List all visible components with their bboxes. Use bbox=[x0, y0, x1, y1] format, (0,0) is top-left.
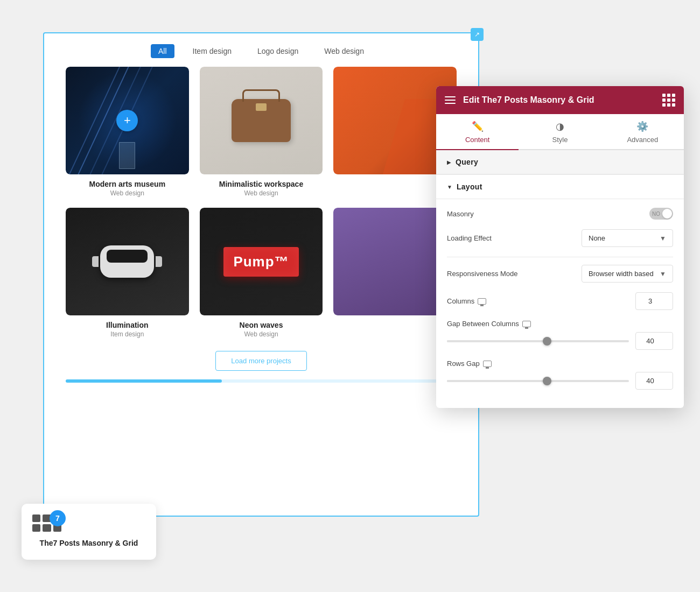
add-item-button[interactable]: + bbox=[116, 110, 138, 131]
item-category-4: Item design bbox=[110, 330, 144, 338]
layout-arrow-icon: ▼ bbox=[447, 184, 452, 190]
hamburger-icon[interactable] bbox=[445, 96, 456, 104]
tab-style[interactable]: ◑ Style bbox=[519, 114, 601, 150]
loading-effect-label: Loading Effect bbox=[447, 234, 582, 242]
panel-body: ▶ Query ▼ Layout Masonry NO Loading Eff bbox=[436, 150, 684, 408]
portfolio-grid: + Modern arts museum Web design Minimali… bbox=[44, 67, 478, 338]
portfolio-image-5: Pump™ bbox=[200, 208, 323, 315]
rows-gap-track[interactable] bbox=[447, 380, 629, 382]
item-title-1: Modern arts museum bbox=[89, 180, 166, 188]
responsiveness-label: Responsiveness Mode bbox=[447, 270, 582, 278]
portfolio-image-2 bbox=[200, 67, 323, 174]
chevron-down-icon-2: ▼ bbox=[660, 270, 666, 278]
gap-columns-track[interactable] bbox=[447, 340, 629, 342]
canvas-area: ↗ All Item design Logo design Web design… bbox=[43, 32, 479, 517]
list-item: Illumination Item design bbox=[66, 208, 189, 338]
monitor-icon-3 bbox=[483, 361, 492, 367]
responsiveness-control: Responsiveness Mode Browser width based … bbox=[447, 265, 673, 283]
tab-style-label: Style bbox=[552, 136, 568, 144]
tab-advanced-label: Advanced bbox=[627, 136, 658, 144]
portfolio-image-4 bbox=[66, 208, 189, 315]
widget-badge: 7 bbox=[50, 510, 66, 526]
loading-effect-value: None bbox=[589, 234, 605, 242]
query-section-title: Query bbox=[456, 158, 478, 166]
loading-effect-select[interactable]: None ▼ bbox=[582, 229, 673, 247]
divider-2 bbox=[447, 257, 673, 257]
responsiveness-value: Browser width based bbox=[589, 270, 654, 278]
rows-gap-input[interactable] bbox=[635, 372, 673, 390]
gap-columns-control: Gap Between Columns bbox=[447, 320, 673, 350]
columns-input[interactable] bbox=[635, 292, 673, 310]
masonry-toggle[interactable]: NO bbox=[649, 208, 673, 220]
pencil-icon: ✏️ bbox=[472, 121, 484, 132]
layout-controls: Masonry NO Loading Effect None ▼ Respons… bbox=[436, 199, 684, 408]
tab-content[interactable]: ✏️ Content bbox=[436, 114, 519, 150]
monitor-icon bbox=[478, 298, 486, 305]
rows-gap-thumb[interactable] bbox=[543, 377, 551, 385]
gap-columns-label: Gap Between Columns bbox=[447, 320, 673, 328]
panel-header: Edit The7 Posts Masonry & Grid bbox=[436, 86, 684, 114]
toggle-no-label: NO bbox=[652, 211, 660, 217]
item-category-1: Web design bbox=[110, 189, 144, 197]
layout-section-title: Layout bbox=[457, 182, 482, 191]
gap-columns-slider-row bbox=[447, 332, 673, 350]
filter-bar: All Item design Logo design Web design bbox=[44, 33, 478, 67]
loading-effect-control: Loading Effect None ▼ bbox=[447, 229, 673, 247]
gap-columns-thumb[interactable] bbox=[543, 337, 551, 346]
item-title-5: Neon waves bbox=[240, 321, 283, 329]
monitor-icon-2 bbox=[522, 321, 531, 327]
canvas-scrollbar[interactable] bbox=[66, 379, 457, 383]
gap-columns-input[interactable] bbox=[635, 332, 673, 350]
chevron-down-icon: ▼ bbox=[660, 235, 666, 242]
panel-tabs: ✏️ Content ◑ Style ⚙️ Advanced bbox=[436, 114, 684, 150]
load-more-section: Load more projects bbox=[44, 338, 478, 379]
item-category-5: Web design bbox=[244, 330, 278, 338]
widget-card-title: The7 Posts Masonry & Grid bbox=[32, 538, 145, 549]
item-title-2: Minimalistic workspace bbox=[219, 180, 303, 188]
masonry-label: Masonry bbox=[447, 210, 649, 218]
filter-logo-design[interactable]: Logo design bbox=[250, 44, 306, 58]
load-more-button[interactable]: Load more projects bbox=[215, 351, 306, 371]
widget-card: 7 The7 Posts Masonry & Grid bbox=[22, 504, 156, 560]
list-item: Pump™ Neon waves Web design bbox=[200, 208, 323, 338]
style-icon: ◑ bbox=[556, 121, 564, 132]
portfolio-image-1: + bbox=[66, 67, 189, 174]
resize-handle[interactable]: ↗ bbox=[471, 28, 484, 41]
edit-panel: Edit The7 Posts Masonry & Grid ✏️ Conten… bbox=[436, 86, 684, 408]
responsiveness-select[interactable]: Browser width based ▼ bbox=[582, 265, 673, 283]
filter-all[interactable]: All bbox=[151, 44, 174, 58]
rows-gap-slider-row bbox=[447, 372, 673, 390]
scrollbar-thumb bbox=[66, 379, 222, 383]
list-item: + Modern arts museum Web design bbox=[66, 67, 189, 197]
list-item: Minimalistic workspace Web design bbox=[200, 67, 323, 197]
columns-label: Columns bbox=[447, 297, 635, 305]
pump-sign: Pump™ bbox=[223, 247, 298, 277]
grid-icon[interactable] bbox=[662, 94, 675, 107]
filter-web-design[interactable]: Web design bbox=[317, 44, 372, 58]
rows-gap-control: Rows Gap bbox=[447, 360, 673, 390]
tab-content-label: Content bbox=[465, 136, 490, 144]
filter-item-design[interactable]: Item design bbox=[185, 44, 239, 58]
panel-title: Edit The7 Posts Masonry & Grid bbox=[463, 95, 655, 105]
query-arrow-icon: ▶ bbox=[447, 159, 451, 165]
gear-icon: ⚙️ bbox=[636, 121, 648, 132]
columns-control: Columns bbox=[447, 292, 673, 310]
layout-section-header[interactable]: ▼ Layout bbox=[436, 175, 684, 199]
tab-advanced[interactable]: ⚙️ Advanced bbox=[601, 114, 684, 150]
rows-gap-label: Rows Gap bbox=[447, 360, 673, 368]
query-section-header[interactable]: ▶ Query bbox=[436, 150, 684, 174]
masonry-control: Masonry NO bbox=[447, 208, 673, 220]
item-category-2: Web design bbox=[244, 189, 278, 197]
item-title-4: Illumination bbox=[106, 321, 149, 329]
